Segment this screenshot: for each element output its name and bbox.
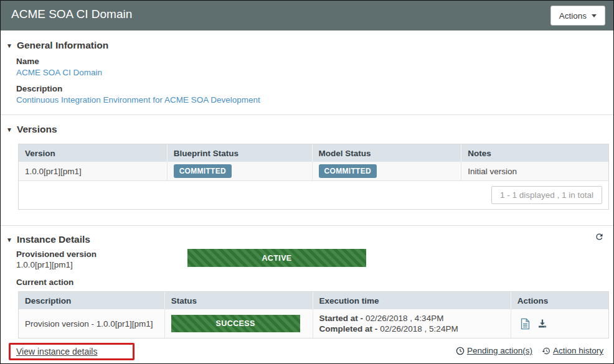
action-history-label: Action history <box>553 346 603 355</box>
column-header-description: Description <box>19 292 165 309</box>
section-divider <box>1 114 613 115</box>
blueprint-status-badge: COMMITTED <box>174 164 232 178</box>
collapse-icon: ▼ <box>6 126 12 133</box>
page: ACME SOA CI Domain Actions ▼ General Inf… <box>0 0 614 364</box>
table-row: Provision version - 1.0.0[pr1][pm1] SUCC… <box>19 309 608 338</box>
column-header-blueprint-status: Blueprint Status <box>168 144 313 162</box>
current-action-table-header: Description Status Execution time Action… <box>19 292 608 309</box>
column-header-version: Version <box>19 144 168 162</box>
provisioned-version-label: Provisioned version <box>16 250 97 259</box>
versions-heading[interactable]: ▼ Versions <box>6 124 57 135</box>
refresh-button[interactable] <box>595 232 604 241</box>
model-status-cell: COMMITTED <box>313 162 462 180</box>
completed-at-label: Completed at - <box>319 324 378 334</box>
column-header-status: Status <box>165 292 313 309</box>
collapse-icon: ▼ <box>6 42 12 49</box>
page-title: ACME SOA CI Domain <box>11 7 132 21</box>
column-header-notes: Notes <box>461 144 608 162</box>
view-instance-details-link[interactable]: View instance details <box>16 347 97 357</box>
document-icon <box>520 318 531 330</box>
actions-button[interactable]: Actions <box>550 6 605 26</box>
instance-details-heading[interactable]: ▼ Instance Details <box>6 234 90 245</box>
model-status-badge: COMMITTED <box>319 164 377 178</box>
current-action-label: Current action <box>16 278 73 287</box>
versions-table-footer: 1 - 1 displayed , 1 in total <box>19 180 608 209</box>
column-header-actions: Actions <box>511 292 608 309</box>
versions-table: Version Blueprint Status Model Status No… <box>18 144 609 210</box>
pagination-status: 1 - 1 displayed , 1 in total <box>491 186 602 204</box>
table-row[interactable]: 1.0.0[pr1][pm1] COMMITTED COMMITTED Init… <box>19 162 608 180</box>
action-history-link[interactable]: Action history <box>542 346 603 355</box>
top-header-bar: ACME SOA CI Domain Actions <box>1 1 613 30</box>
footer-links: Pending action(s) Action history <box>456 346 603 355</box>
description-value-link[interactable]: Continuous Integration Environment for A… <box>16 95 260 105</box>
view-log-button[interactable] <box>520 318 531 330</box>
clock-icon <box>456 347 465 355</box>
action-status-cell: SUCCESS <box>165 309 313 338</box>
description-label: Description <box>16 84 62 93</box>
column-header-model-status: Model Status <box>313 144 462 162</box>
active-status-badge: ACTIVE <box>187 249 366 267</box>
caret-down-icon <box>592 14 597 17</box>
started-at-value: 02/26/2018 , 4:34PM <box>366 314 443 323</box>
success-status-badge: SUCCESS <box>171 315 300 332</box>
notes-cell: Initial version <box>461 162 608 180</box>
name-value-link[interactable]: ACME SOA CI Domain <box>16 68 102 77</box>
instance-details-heading-label: Instance Details <box>17 234 90 245</box>
row-actions-cell <box>511 309 608 338</box>
column-header-execution-time: Execution time <box>313 292 511 309</box>
versions-table-header: Version Blueprint Status Model Status No… <box>19 144 608 162</box>
general-information-heading-label: General Information <box>17 40 108 51</box>
general-information-heading[interactable]: ▼ General Information <box>6 40 108 51</box>
provisioned-version-value: 1.0.0[pr1][pm1] <box>16 260 73 269</box>
execution-time-cell: Started at -02/26/2018 , 4:34PM Complete… <box>313 309 511 338</box>
versions-heading-label: Versions <box>17 124 57 135</box>
download-button[interactable] <box>537 319 547 329</box>
started-at-label: Started at - <box>319 314 364 323</box>
collapse-icon: ▼ <box>6 236 12 243</box>
version-cell: 1.0.0[pr1][pm1] <box>19 162 168 180</box>
actions-button-label: Actions <box>559 11 587 21</box>
pending-actions-link[interactable]: Pending action(s) <box>456 346 532 355</box>
download-icon <box>537 319 547 329</box>
history-icon <box>542 347 550 355</box>
completed-at-value: 02/26/2018 , 5:24PM <box>380 324 458 334</box>
refresh-icon <box>595 232 604 241</box>
action-description-cell: Provision version - 1.0.0[pr1][pm1] <box>19 309 165 338</box>
blueprint-status-cell: COMMITTED <box>168 162 313 180</box>
section-divider <box>1 225 613 226</box>
current-action-table: Description Status Execution time Action… <box>18 291 609 338</box>
pending-actions-label: Pending action(s) <box>467 346 532 355</box>
name-label: Name <box>16 57 39 66</box>
